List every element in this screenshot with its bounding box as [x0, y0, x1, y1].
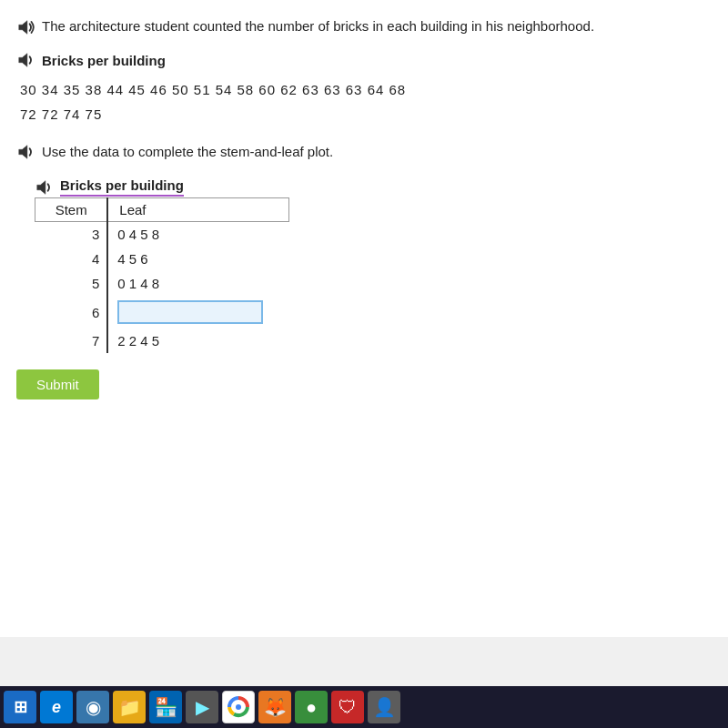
stem-cell: 6: [35, 296, 108, 329]
taskbar-store-icon[interactable]: 🏪: [149, 691, 182, 723]
taskbar-windows-icon[interactable]: ⊞: [4, 691, 36, 723]
taskbar-firefox-icon[interactable]: 🦊: [258, 691, 291, 723]
taskbar-chrome-icon[interactable]: [222, 691, 255, 723]
table-row: 72 2 4 5: [35, 329, 289, 353]
svg-point-6: [236, 704, 241, 710]
svg-marker-1: [19, 54, 27, 67]
stem-cell: 7: [35, 329, 108, 353]
section-title-bricks: Bricks per building: [16, 50, 710, 70]
speaker-icon-4[interactable]: [35, 177, 55, 197]
svg-marker-3: [37, 181, 46, 195]
data-row-1: 30 34 35 38 44 45 46 50 51 54 58 60 62 6…: [20, 77, 710, 102]
submit-button[interactable]: Submit: [16, 369, 99, 399]
main-content: The architecture student counted the num…: [0, 0, 728, 637]
stem-cell: 4: [35, 247, 108, 271]
data-row-2: 72 72 74 75: [20, 102, 710, 126]
svg-marker-0: [19, 21, 27, 35]
instruction-row: Use the data to complete the stem-and-le…: [16, 141, 710, 162]
bricks-section-label: Bricks per building: [42, 53, 166, 68]
table-row: 30 4 5 8: [35, 222, 289, 248]
svg-marker-2: [19, 146, 27, 159]
problem-statement: The architecture student counted the num…: [16, 16, 710, 37]
speaker-icon-2[interactable]: [16, 50, 36, 70]
speaker-icon-3[interactable]: [16, 142, 36, 162]
taskbar-person-icon[interactable]: 👤: [368, 691, 400, 723]
leaf-input-row-3[interactable]: [117, 300, 263, 324]
stem-header: Stem: [35, 198, 108, 222]
leaf-cell: 2 2 4 5: [107, 329, 288, 353]
stem-leaf-container: Bricks per building Stem Leaf 30 4 5 844…: [35, 177, 710, 353]
taskbar: ⊞ e ◉ 📁 🏪 ▶ 🦊 ● 🛡 👤: [0, 686, 728, 728]
taskbar-edge-icon[interactable]: e: [40, 691, 73, 723]
stem-leaf-table: Stem Leaf 30 4 5 844 5 650 1 4 8672 2 4 …: [35, 197, 289, 353]
taskbar-green-icon[interactable]: ●: [295, 691, 328, 723]
stem-leaf-title: Bricks per building: [35, 177, 710, 197]
leaf-cell: 0 4 5 8: [107, 222, 288, 248]
stem-leaf-plot-title: Bricks per building: [60, 177, 184, 197]
table-row: 50 1 4 8: [35, 271, 289, 296]
taskbar-play-icon[interactable]: ▶: [186, 691, 218, 723]
table-row: 44 5 6: [35, 247, 289, 271]
taskbar-shield-icon[interactable]: 🛡: [331, 691, 364, 723]
leaf-cell: 4 5 6: [107, 247, 288, 271]
leaf-cell: 0 1 4 8: [107, 271, 288, 296]
stem-cell: 3: [35, 222, 108, 248]
leaf-header: Leaf: [107, 198, 288, 222]
table-row: 6: [35, 296, 289, 329]
taskbar-folder-icon[interactable]: 📁: [113, 691, 146, 723]
instruction-text: Use the data to complete the stem-and-le…: [42, 144, 333, 159]
taskbar-circle-icon[interactable]: ◉: [76, 691, 109, 723]
speaker-icon-1[interactable]: [16, 17, 36, 37]
stem-cell: 5: [35, 271, 108, 296]
leaf-cell[interactable]: [107, 296, 288, 329]
problem-text: The architecture student counted the num…: [42, 16, 594, 37]
bricks-data-section: Bricks per building 30 34 35 38 44 45 46…: [16, 50, 710, 126]
